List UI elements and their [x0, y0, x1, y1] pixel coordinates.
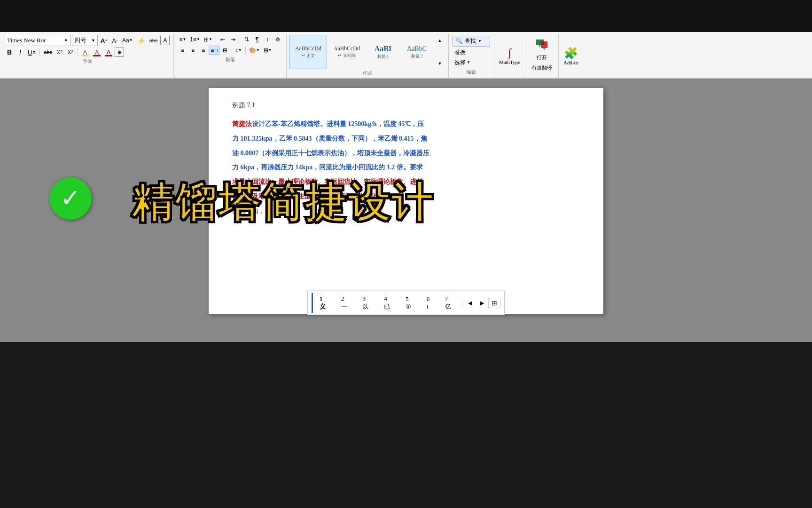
- show-marks-btn[interactable]: ¶: [252, 35, 262, 44]
- open-translate-btn[interactable]: 打开: [530, 53, 554, 62]
- font-size-decrease-btn[interactable]: A-: [110, 36, 119, 45]
- subscript-btn[interactable]: X2: [55, 48, 64, 57]
- style-heading1[interactable]: AaBI 标题 1: [367, 35, 399, 69]
- font-label: 字体: [5, 58, 170, 65]
- doc-area: ✓ 精馏塔简捷设计 例题 7.1 简捷法设计乙苯-苯乙烯精馏塔。进料量 1250…: [0, 79, 812, 342]
- vdivider1: [39, 48, 40, 56]
- open-label: 打开: [537, 55, 547, 60]
- translate-buttons: 打开 有道翻译: [530, 53, 554, 72]
- page-1[interactable]: 1 义: [312, 293, 335, 313]
- vdivider-page: [462, 299, 462, 307]
- style-heading2-preview: AaBbC: [407, 45, 427, 53]
- page-6-label: 6 I: [427, 295, 430, 310]
- page-6[interactable]: 6 I: [420, 294, 438, 312]
- page-prev-btn[interactable]: ◄: [464, 298, 476, 308]
- columns-btn[interactable]: ⊞: [220, 46, 230, 55]
- font-size-selector[interactable]: 四号 ▼: [72, 35, 98, 46]
- border-btn[interactable]: ⊞▼: [262, 46, 273, 55]
- style-label: 样式: [289, 70, 445, 77]
- page-3-label: 3 以: [362, 295, 368, 310]
- style-heading1-label: 标题 1: [377, 54, 389, 60]
- char-spacing-btn[interactable]: ⊕: [115, 48, 124, 57]
- translate-label-btn[interactable]: 有道翻译: [530, 63, 554, 72]
- style-normal-preview: AaBbCcDd: [295, 45, 321, 52]
- page-5[interactable]: 5 ①: [399, 294, 420, 312]
- underline-btn[interactable]: U▼: [26, 48, 37, 57]
- page-4[interactable]: 4 已: [377, 293, 399, 313]
- bullet-list-btn[interactable]: ≡▼: [178, 35, 187, 44]
- style-scroll-down[interactable]: ▼: [435, 59, 445, 68]
- vdivider3: [216, 36, 216, 43]
- style-normal[interactable]: AaBbCcDd ↵ 正文: [289, 35, 327, 69]
- para-spacing-btn[interactable]: ↕: [263, 35, 272, 44]
- style-scroll-up[interactable]: ▲: [435, 36, 445, 45]
- strikethrough-preview[interactable]: abc: [148, 36, 159, 45]
- style-section: AaBbCcDd ↵ 正文 AaBbCcDd ↵ 无间隔 AaBI 标题 1 A…: [287, 34, 449, 78]
- page-next-btn[interactable]: ►: [476, 298, 488, 308]
- shading-btn[interactable]: 🎨▼: [248, 46, 261, 55]
- find-box[interactable]: 🔍 查找 ▼: [453, 36, 490, 47]
- para1-line2: 力 101.325kpa，乙苯 0.5843（质量分数，下同），苯乙烯 0.41…: [232, 132, 580, 146]
- replace-btn[interactable]: 替换: [453, 48, 490, 57]
- align-center-btn[interactable]: ≡: [188, 46, 197, 55]
- addin-section: 🧩 Add-in: [558, 34, 583, 78]
- superscript-btn[interactable]: X2: [66, 48, 75, 57]
- translate-label: 有道翻译: [531, 65, 552, 71]
- pagination-bar: 1 义 2 一 3 以 4 已 5 ① 6 I 7 亿: [307, 291, 505, 315]
- replace-label: 替换: [454, 49, 466, 55]
- mathtype-section: ∫ MathType: [494, 34, 525, 78]
- example-title: 例题 7.1: [232, 101, 580, 110]
- font-color-btn[interactable]: A: [92, 48, 102, 57]
- overlay-title: 精馏塔简捷设计: [132, 175, 434, 231]
- align-right-btn[interactable]: ≡: [198, 46, 208, 55]
- decrease-indent-btn[interactable]: ⇤: [218, 35, 227, 44]
- font-section: Times New Ror ▼ 四号 ▼ A+ A- Aa▼ ⚡: [3, 34, 174, 78]
- line-spacing-btn[interactable]: ↕▼: [234, 46, 243, 55]
- mathtype-label[interactable]: MathType: [499, 59, 520, 65]
- para1-text3: 油 0.0007（本: [232, 150, 272, 157]
- edit-label: 编辑: [453, 69, 490, 76]
- style-no-spacing-label: ↵ 无间隔: [338, 53, 355, 59]
- increase-indent-btn[interactable]: ⇥: [228, 35, 238, 44]
- style-heading1-preview: AaBI: [375, 45, 391, 53]
- page-7[interactable]: 7 亿: [438, 293, 460, 313]
- numbered-list-btn[interactable]: 1≡▼: [188, 35, 202, 44]
- font-size-increase-btn[interactable]: A+: [99, 36, 109, 45]
- page-menu-btn[interactable]: ⊞: [488, 298, 500, 308]
- italic-btn[interactable]: I: [16, 48, 25, 57]
- align-left-btn[interactable]: ≡: [178, 46, 187, 55]
- find-label: 查找: [465, 37, 476, 45]
- font-name-selector[interactable]: Times New Ror ▼: [5, 35, 70, 46]
- select-btn[interactable]: 选择 ▼: [453, 58, 490, 67]
- vdivider2: [78, 48, 78, 56]
- sort-btn[interactable]: ⇅: [242, 35, 251, 44]
- clear-format-btn[interactable]: ⚡: [136, 36, 147, 45]
- para-top-row: ≡▼ 1≡▼ ⊞▼ ⇤ ⇥ ⇅ ¶ ↕ ⟰: [178, 35, 282, 44]
- style-heading2[interactable]: AaBbC 标题 2: [400, 35, 433, 69]
- chinese-layout-btn[interactable]: ⟰: [273, 35, 282, 44]
- ribbon: Times New Ror ▼ 四号 ▼ A+ A- Aa▼ ⚡: [0, 32, 812, 79]
- multilevel-list-btn[interactable]: ⊞▼: [203, 35, 214, 44]
- change-case-btn[interactable]: Aa▼: [121, 36, 134, 45]
- page-2-label: 2 一: [341, 295, 347, 310]
- addin-label[interactable]: Add-in: [563, 60, 578, 65]
- select-arrow: ▼: [467, 61, 470, 64]
- lizi: 例: [272, 150, 278, 157]
- page-3[interactable]: 3 以: [356, 293, 377, 313]
- bold-btn[interactable]: B: [5, 48, 14, 57]
- align-justify-btn[interactable]: ≡□: [209, 46, 219, 55]
- style-no-spacing[interactable]: AaBbCcDd ↵ 无间隔: [328, 35, 366, 69]
- para1-line4: 力 6kpa，再沸器压力 14kpa，回流比为最小回流比的 1.2 倍。要求: [232, 160, 580, 175]
- style-scroll[interactable]: ▲ ▼: [434, 35, 445, 69]
- strikethrough-btn[interactable]: abc: [42, 48, 54, 57]
- page-2[interactable]: 2 一: [335, 293, 356, 313]
- top-bar: [0, 0, 812, 32]
- font-color-highlight-btn[interactable]: A: [80, 48, 90, 57]
- mathtype-icon: ∫: [508, 47, 511, 59]
- page-5-label: 5 ①: [406, 295, 411, 310]
- example-title-text: 例题 7.1: [232, 102, 255, 109]
- font-size-arrow: ▼: [91, 38, 95, 43]
- font-bg-btn[interactable]: A: [104, 48, 113, 57]
- para1-text3b: 采用正十七烷表示焦油），塔顶未全凝器，冷凝器压: [278, 150, 429, 157]
- char-border-btn[interactable]: A: [160, 36, 170, 45]
